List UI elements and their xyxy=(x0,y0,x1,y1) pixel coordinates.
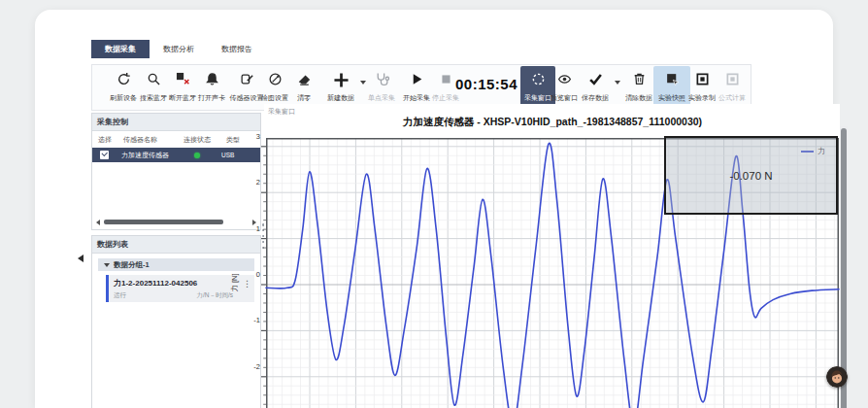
desktop-background: 数据采集 数据分析 数据报告 刷新设备 搜索蓝牙 断开蓝牙 xyxy=(0,0,868,408)
more-vertical-icon[interactable]: ⋮ xyxy=(243,279,251,289)
col-sensor-name: 传感器名称 xyxy=(123,135,184,145)
acquisition-timer: 00:15:54 xyxy=(455,76,517,92)
toolbar-item-label: 新建数据 xyxy=(321,93,360,103)
col-select: 选择 xyxy=(92,135,123,145)
status-dot xyxy=(194,153,200,158)
sensor-table-hscrollbar[interactable] xyxy=(94,219,258,226)
y-tick-label: -2 xyxy=(239,362,260,371)
data-group-label: 数据分组-1 xyxy=(114,260,150,270)
chart-vscrollbar[interactable] xyxy=(840,126,848,408)
panel-title: 数据列表 xyxy=(92,236,260,254)
sensor-table-header: 选择 传感器名称 连接状态 类型 xyxy=(92,131,260,148)
tab-data-analysis[interactable]: 数据分析 xyxy=(150,40,208,58)
chevron-down-icon xyxy=(104,263,110,267)
toolbar-item-label: 单点采集 xyxy=(362,93,401,103)
acquisition-control-panel: 采集控制 选择 传感器名称 连接状态 类型 力加速度传感器 USB xyxy=(91,113,261,230)
measurement-annotation-box[interactable]: -0.070 N xyxy=(664,136,838,215)
y-tick-label: 1 xyxy=(239,224,260,233)
y-tick-label: -1 xyxy=(239,316,260,324)
data-item-axes: 力/N－时间/s xyxy=(196,291,233,300)
zero-button[interactable]: 清零 xyxy=(284,66,323,109)
sensor-type: USB xyxy=(221,152,234,158)
formula-frame-icon xyxy=(713,66,751,93)
app-window: 数据采集 数据分析 数据报告 刷新设备 搜索蓝牙 断开蓝牙 xyxy=(35,10,833,408)
toolbar-item-label: 公式计算 xyxy=(713,93,751,103)
toolbar-item-label: 停止采集 xyxy=(426,93,465,103)
trash-icon xyxy=(619,66,658,93)
data-list-panel: 数据列表 数据分组-1 力1-2-20251112-042506 运行 力/N－… xyxy=(91,235,261,408)
y-tick-label: 3 xyxy=(239,132,260,141)
sensor-checkbox[interactable] xyxy=(100,151,109,159)
hscroll-thumb[interactable] xyxy=(104,220,223,224)
single-point-button[interactable]: 单点采集 xyxy=(362,66,401,109)
toolbar-item-label: 清除数据 xyxy=(619,93,658,103)
clear-data-button[interactable]: 清除数据 xyxy=(619,66,658,109)
toolbar-item-label: 保存数据 xyxy=(576,93,615,103)
sidebar-collapse-icon[interactable] xyxy=(78,255,83,262)
single-point-icon xyxy=(362,66,401,93)
avatar-face-icon xyxy=(826,366,848,388)
save-data-button[interactable]: 保存数据 xyxy=(576,66,615,109)
tab-data-report[interactable]: 数据报告 xyxy=(208,40,266,58)
measurement-value: -0.070 N xyxy=(729,170,772,182)
vscroll-thumb[interactable] xyxy=(841,128,847,408)
data-group-row[interactable]: 数据分组-1 xyxy=(98,258,254,271)
sensor-name: 力加速度传感器 xyxy=(121,151,181,160)
formula-calc-button[interactable]: 公式计算 xyxy=(713,66,751,109)
eraser-icon xyxy=(284,66,323,93)
col-conn-status: 连接状态 xyxy=(184,135,226,145)
plus-icon xyxy=(321,66,360,93)
new-data-button[interactable]: 新建数据 xyxy=(321,66,360,109)
toolbar-item-label: 清零 xyxy=(284,93,323,103)
check-icon xyxy=(576,66,615,93)
sensor-row[interactable]: 力加速度传感器 USB xyxy=(92,148,260,162)
main-tabbar: 数据采集 数据分析 数据报告 xyxy=(91,40,266,58)
assistant-avatar-button[interactable] xyxy=(826,366,848,388)
tab-data-acquisition[interactable]: 数据采集 xyxy=(91,40,150,58)
panel-title: 采集控制 xyxy=(92,114,260,131)
data-item-status: 运行 xyxy=(114,291,126,300)
y-tick-label: 2 xyxy=(239,178,260,187)
scroll-left-icon[interactable] xyxy=(96,220,100,225)
chart-title: 力加速度传感器 - XHSP-V10HID_path_-1981348857_1… xyxy=(266,116,839,129)
y-tick-label: 0 xyxy=(239,270,260,279)
